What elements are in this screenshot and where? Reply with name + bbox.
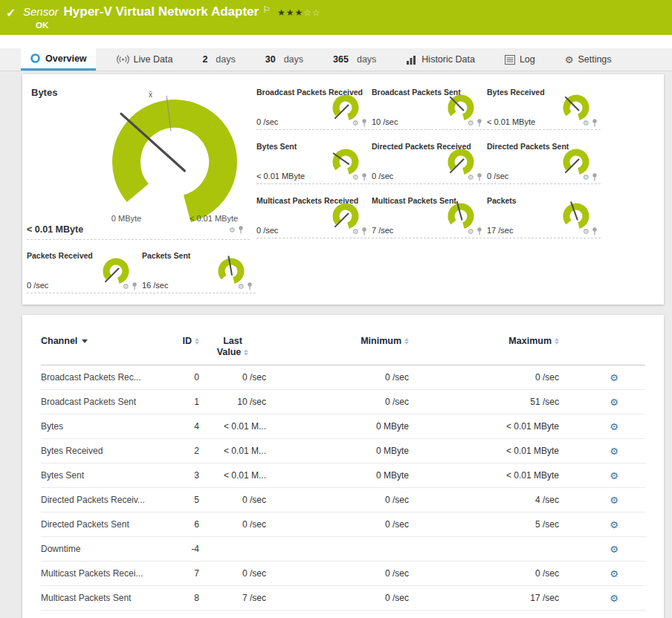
- gauge-settings-icon[interactable]: ⚙: [583, 174, 589, 181]
- pin-icon[interactable]: [361, 173, 367, 181]
- gauge-settings-icon[interactable]: ⚙: [229, 227, 236, 234]
- pin-icon[interactable]: [476, 173, 482, 181]
- channel-name[interactable]: Multicast Packets Recei...: [41, 568, 178, 579]
- gauge-value: 10 /sec: [372, 117, 398, 126]
- channel-last-value: 10 /sec: [199, 397, 266, 407]
- gauge-separator: [487, 129, 601, 130]
- table-row[interactable]: Multicast Packets Recei... 7 0 /sec 0 /s…: [41, 562, 645, 586]
- channel-id: 4: [178, 421, 199, 432]
- channel-name[interactable]: Bytes Received: [41, 446, 178, 456]
- column-header-channel[interactable]: Channel: [41, 336, 178, 346]
- gauge-settings-icon[interactable]: ⚙: [123, 283, 129, 290]
- tab-historic-data[interactable]: Historic Data: [397, 48, 484, 71]
- column-header-last-value[interactable]: Last Value: [199, 336, 266, 358]
- column-header-minimum[interactable]: Minimum: [266, 336, 409, 346]
- gauge-panel-title: Bytes: [31, 87, 57, 98]
- channel-settings-icon[interactable]: ⚙: [559, 593, 645, 603]
- channel-settings-icon[interactable]: ⚙: [559, 520, 645, 530]
- sensor-title-line: Sensor Hyper-V Virtual Network Adapter ⚐…: [0, 0, 672, 19]
- gauge-value: < 0.01 MByte: [487, 117, 535, 126]
- channel-id: 8: [178, 593, 199, 603]
- big-gauge-scale-max: < 0.01 MByte: [171, 214, 256, 223]
- channel-name[interactable]: Directed Packets Receiv...: [41, 495, 178, 505]
- gauge-icons: ⚙: [229, 226, 244, 234]
- sort-icon: [555, 338, 559, 345]
- pin-icon[interactable]: [592, 227, 598, 235]
- pin-icon[interactable]: [132, 282, 138, 290]
- gauge-title: Directed Packets Sent: [487, 142, 569, 151]
- historic-data-icon: [406, 55, 417, 65]
- channel-name[interactable]: Multicast Packets Sent: [41, 593, 178, 603]
- table-row[interactable]: Bytes Sent 3 < 0.01 M... 0 MByte < 0.01 …: [41, 464, 645, 488]
- table-row[interactable]: Multicast Packets Sent 8 7 /sec 0 /sec 1…: [41, 586, 645, 611]
- table-row[interactable]: Broadcast Packets Rec... 0 0 /sec 0 /sec…: [41, 365, 645, 390]
- tab-settings[interactable]: ⚙ Settings: [556, 48, 621, 71]
- pin-icon[interactable]: [476, 227, 482, 235]
- channel-settings-icon[interactable]: ⚙: [559, 397, 645, 407]
- table-row[interactable]: Downtime -4 ⚙: [41, 537, 645, 562]
- gauge-icons: ⚙: [468, 173, 482, 181]
- channel-name[interactable]: Downtime: [41, 544, 178, 554]
- tab-2-days[interactable]: 2days: [193, 48, 244, 71]
- channel-minimum: 0 /sec: [266, 519, 409, 530]
- channel-id: 6: [178, 519, 199, 530]
- channel-name[interactable]: Bytes Sent: [41, 470, 178, 481]
- channel-name[interactable]: Directed Packets Sent: [41, 519, 178, 530]
- channel-settings-icon[interactable]: ⚙: [559, 422, 645, 432]
- tab-label: Settings: [578, 54, 611, 65]
- tab-30-days[interactable]: 30days: [256, 48, 312, 71]
- gauge-settings-icon[interactable]: ⚙: [352, 228, 359, 235]
- pin-icon[interactable]: [476, 119, 482, 127]
- channel-name[interactable]: Bytes: [41, 421, 178, 432]
- gauge-settings-icon[interactable]: ⚙: [352, 120, 359, 127]
- table-row[interactable]: Bytes 4 < 0.01 M... 0 MByte < 0.01 MByte…: [41, 414, 645, 439]
- sensor-header: ✓ Sensor Hyper-V Virtual Network Adapter…: [0, 0, 672, 35]
- column-header-maximum[interactable]: Maximum: [409, 336, 559, 346]
- pin-icon[interactable]: [592, 173, 598, 181]
- channel-name[interactable]: Broadcast Packets Sent: [41, 397, 178, 407]
- channel-id: 7: [178, 568, 199, 579]
- table-row[interactable]: Bytes Received 2 < 0.01 M... 0 MByte < 0…: [41, 439, 645, 464]
- gauge-value: 7 /sec: [372, 226, 393, 235]
- pin-icon[interactable]: [238, 226, 244, 234]
- gauge-panel: Bytes x̄ 0 MByte < 0.01 MByte < 0.01 MBy…: [22, 74, 664, 305]
- gauge-settings-icon[interactable]: ⚙: [468, 174, 474, 181]
- channel-minimum: 0 /sec: [266, 495, 409, 505]
- tab-live-data[interactable]: Live Data: [108, 48, 182, 71]
- tab-365-days[interactable]: 365days: [324, 48, 385, 71]
- tab-label: Log: [520, 54, 535, 65]
- gauge-title: Packets: [487, 196, 517, 205]
- table-row[interactable]: Broadcast Packets Sent 1 10 /sec 0 /sec …: [41, 390, 645, 414]
- tab-label: days: [216, 54, 235, 65]
- flag-icon[interactable]: ⚐: [262, 4, 271, 15]
- pin-icon[interactable]: [361, 227, 367, 235]
- channel-settings-icon[interactable]: ⚙: [559, 569, 645, 579]
- small-gauges-row: Packets Received 0 /sec ⚙ Packets Sent 1…: [27, 250, 257, 304]
- gauge-card: Bytes Sent < 0.01 MByte ⚙: [256, 140, 372, 195]
- table-row[interactable]: Directed Packets Receiv... 5 0 /sec 0 /s…: [41, 488, 645, 513]
- gauge-settings-icon[interactable]: ⚙: [468, 228, 474, 235]
- gauge-settings-icon[interactable]: ⚙: [352, 174, 359, 181]
- gauge-settings-icon[interactable]: ⚙: [583, 120, 589, 127]
- pin-icon[interactable]: [247, 282, 253, 290]
- channel-settings-icon[interactable]: ⚙: [559, 446, 645, 456]
- channel-settings-icon[interactable]: ⚙: [559, 471, 645, 481]
- channel-name[interactable]: Broadcast Packets Rec...: [41, 372, 178, 383]
- gauge-settings-icon[interactable]: ⚙: [583, 228, 589, 235]
- channel-settings-icon[interactable]: ⚙: [559, 495, 645, 505]
- gauge-settings-icon[interactable]: ⚙: [238, 283, 245, 290]
- channel-minimum: 0 MByte: [266, 446, 409, 456]
- gauge-settings-icon[interactable]: ⚙: [468, 120, 474, 127]
- table-row[interactable]: Directed Packets Sent 6 0 /sec 0 /sec 5 …: [41, 513, 645, 537]
- pin-icon[interactable]: [361, 119, 367, 127]
- status-check-icon: ✓: [6, 6, 16, 20]
- column-header-id[interactable]: ID: [178, 336, 199, 346]
- channel-settings-icon[interactable]: ⚙: [559, 544, 645, 554]
- tab-overview[interactable]: Overview: [21, 48, 96, 71]
- tab-log[interactable]: Log: [496, 48, 544, 71]
- channel-settings-icon[interactable]: ⚙: [559, 373, 645, 383]
- pin-icon[interactable]: [592, 119, 598, 127]
- channel-maximum: < 0.01 MByte: [409, 446, 559, 456]
- priority-stars[interactable]: ★★★☆☆: [277, 7, 321, 18]
- gauge-value: 0 /sec: [372, 172, 393, 180]
